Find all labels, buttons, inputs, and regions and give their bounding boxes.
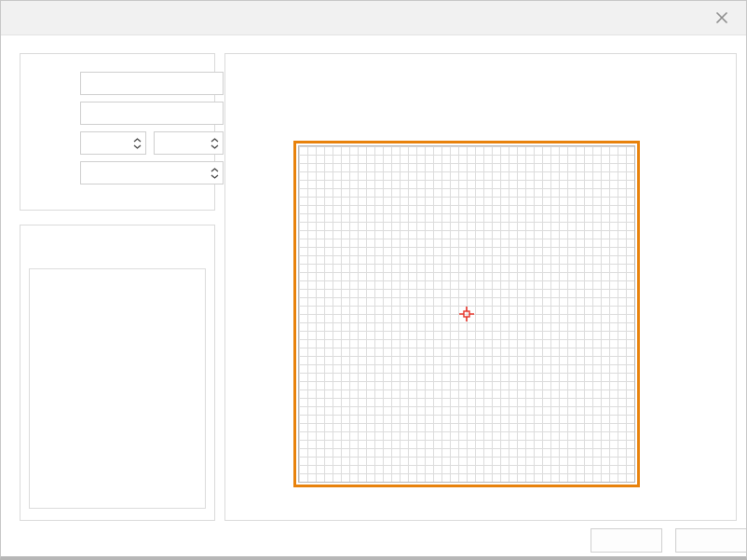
point-symbol-editor-dialog: [0, 0, 747, 560]
symbol-origin-y-input[interactable]: [155, 132, 208, 154]
ruler-horizontal: [280, 118, 653, 143]
symbol-code-input[interactable]: [80, 72, 224, 95]
default-size-spinner[interactable]: [208, 162, 222, 184]
cancel-button[interactable]: [675, 528, 747, 553]
stroke-list[interactable]: [29, 268, 206, 509]
canvas-overlay-label: [402, 399, 520, 430]
symbol-origin-y-field: [154, 131, 224, 155]
ok-button[interactable]: [591, 528, 662, 553]
default-size-input[interactable]: [81, 162, 208, 184]
ruler-vertical: [226, 137, 275, 500]
symbol-origin-x-spinner[interactable]: [130, 132, 144, 154]
symbol-origin-y-spinner[interactable]: [208, 132, 222, 154]
symbol-origin-x-input[interactable]: [81, 132, 130, 154]
canvas-grid: [298, 145, 635, 483]
symbol-origin-x-field: [80, 131, 146, 155]
titlebar: [1, 1, 746, 35]
default-size-field: [80, 161, 224, 184]
watermark-red-bar: [231, 492, 255, 495]
symbol-properties-group: [20, 53, 215, 211]
symbol-edit-canvas[interactable]: [293, 141, 640, 487]
close-icon[interactable]: [714, 10, 731, 27]
symbol-name-input[interactable]: [80, 102, 224, 125]
